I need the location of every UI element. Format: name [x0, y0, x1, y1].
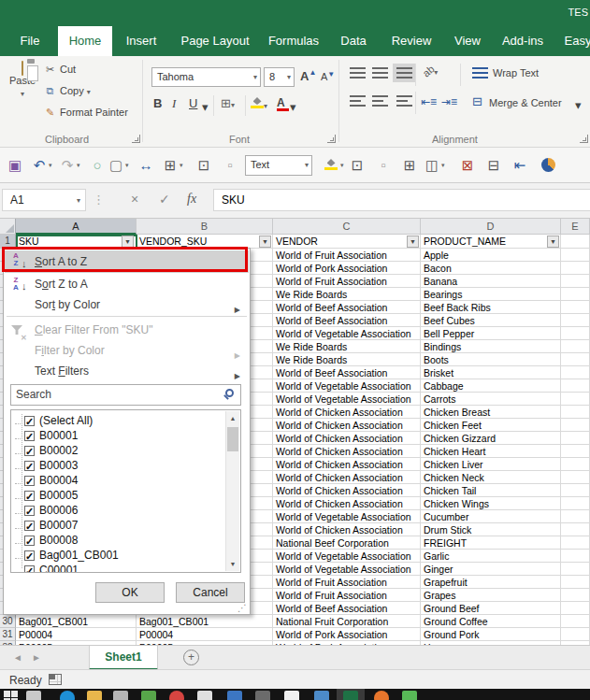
cell-d15[interactable]: Chicken Feet	[421, 419, 561, 432]
cell-d29[interactable]: Ground Beef	[421, 602, 561, 615]
font-name-combo[interactable]: Tahoma▾	[151, 67, 261, 87]
underline-dropdown-arrow[interactable]: ▾	[202, 100, 209, 114]
cell-c6[interactable]: World of Beef Association	[273, 301, 421, 314]
column-header-d[interactable]: D	[421, 219, 561, 235]
filter-list-item[interactable]: B00001	[15, 428, 78, 443]
tab-view[interactable]: View	[449, 26, 486, 56]
fill-color-icon[interactable]	[322, 156, 340, 175]
decrease-indent-button[interactable]: ⇤≡	[421, 95, 437, 108]
cell-e31[interactable]	[561, 628, 590, 641]
redo-dropdown-arrow[interactable]: ▾	[77, 162, 80, 169]
font-size-combo[interactable]: 8▾	[264, 67, 295, 87]
white-app-icon[interactable]	[284, 691, 299, 700]
paste-special-icon[interactable]: ▢	[107, 156, 125, 175]
cell-c17[interactable]: World of Chicken Association	[273, 445, 421, 458]
cell-e20[interactable]	[561, 484, 590, 497]
align-left-button[interactable]	[350, 95, 366, 107]
bottom-align-button[interactable]	[396, 67, 412, 79]
dotted-box-icon[interactable]: ▫	[374, 156, 393, 175]
table-insert-dropdown-arrow[interactable]: ▾	[441, 162, 445, 169]
italic-button[interactable]: I	[172, 96, 176, 111]
wrap-text-button[interactable]: Wrap Text	[493, 67, 539, 79]
column-header-e[interactable]: E	[561, 219, 590, 235]
cell-b30[interactable]: Bag001_CB001	[137, 615, 273, 628]
cell-c28[interactable]: World of Fruit Association	[273, 589, 421, 602]
insert-function-button[interactable]: fx	[187, 192, 196, 207]
cell-d17[interactable]: Chicken Heart	[421, 445, 561, 458]
cell-c16[interactable]: World of Chicken Association	[273, 432, 421, 445]
filter-list-item[interactable]: B00008	[15, 533, 78, 548]
cell-d2[interactable]: Apple	[421, 249, 561, 262]
tab-data[interactable]: Data	[333, 26, 374, 56]
cell-d27[interactable]: Grapefruit	[421, 576, 561, 589]
border-cell-icon[interactable]: ⊡	[194, 156, 213, 175]
cell-d28[interactable]: Grapes	[421, 589, 561, 602]
column-width-icon[interactable]: ↔	[137, 156, 155, 175]
cell-e8[interactable]	[561, 327, 590, 340]
undo-icon[interactable]: ↶	[30, 156, 49, 175]
tab-page-layout[interactable]: Page Layout	[170, 26, 260, 56]
paste-special-dropdown-arrow[interactable]: ▾	[125, 162, 129, 169]
select-all-corner[interactable]	[0, 219, 16, 235]
format-painter-button[interactable]: ✎ Format Painter	[43, 107, 128, 119]
filter-list-scrollbar[interactable]: ▲ ▼	[225, 411, 239, 571]
cell-c4[interactable]: World of Fruit Association	[273, 275, 421, 288]
cell-c27[interactable]: World of Fruit Association	[273, 576, 421, 589]
green-leaf-app-icon[interactable]	[141, 691, 156, 700]
middle-align-button[interactable]	[372, 67, 388, 79]
fill-color-dropdown-arrow[interactable]: ▾	[340, 162, 344, 169]
cell-d16[interactable]: Chicken Gizzard	[421, 432, 561, 445]
red-app-icon[interactable]	[169, 691, 184, 700]
scroll-up-button[interactable]: ▲	[226, 411, 239, 425]
cell-c7[interactable]: World of Beef Association	[273, 314, 421, 327]
borders-dropdown-arrow[interactable]: ▾	[180, 162, 183, 169]
cell-d5[interactable]: Bearings	[421, 288, 561, 301]
cell-b31[interactable]: P00004	[137, 628, 273, 641]
gray-app-icon[interactable]	[113, 691, 128, 700]
cell-e4[interactable]	[561, 275, 590, 288]
cell-e27[interactable]	[561, 576, 590, 589]
cell-d31[interactable]: Ground Pork	[421, 628, 561, 641]
blue-folder-icon[interactable]	[314, 691, 329, 700]
filter-button-product-name[interactable]: ▼	[547, 236, 559, 248]
decrease-indent-icon[interactable]: ⇤	[511, 156, 529, 175]
cell-d22[interactable]: Cucumber	[421, 510, 561, 523]
table-insert-icon[interactable]: ◫	[423, 156, 441, 175]
row-header-30[interactable]: 30	[0, 615, 16, 628]
scroll-down-button[interactable]: ▼	[226, 557, 239, 571]
cell-d13[interactable]: Carrots	[421, 393, 561, 406]
cell-e9[interactable]	[561, 340, 590, 353]
cell-c18[interactable]: World of Chicken Association	[273, 458, 421, 471]
cell-c22[interactable]: World of Vegetable Association	[273, 510, 421, 523]
filter-list-item[interactable]: B00004	[15, 473, 78, 488]
pie-chart-icon[interactable]	[539, 156, 557, 175]
cell-e21[interactable]	[561, 497, 590, 510]
cell-c15[interactable]: World of Chicken Association	[273, 419, 421, 432]
filter-list-item[interactable]: B00007	[15, 518, 78, 533]
cell-e3[interactable]	[561, 262, 590, 275]
blue-window-app-icon[interactable]	[227, 691, 242, 700]
split-cell-icon[interactable]: ⊟	[484, 156, 503, 175]
cell-d21[interactable]: Chicken Wings	[421, 497, 561, 510]
cell-d9[interactable]: Bindings	[421, 340, 561, 353]
column-header-c[interactable]: C	[273, 219, 421, 235]
cancel-button[interactable]: Cancel	[176, 582, 245, 603]
header-cell-vendor[interactable]: VENDOR	[273, 235, 421, 249]
cell-e18[interactable]	[561, 458, 590, 471]
column-header-a[interactable]: A	[16, 219, 137, 235]
folder-icon[interactable]	[87, 691, 102, 700]
redo-icon[interactable]: ↷	[58, 156, 77, 175]
cell-e14[interactable]	[561, 406, 590, 419]
cancel-entry-button[interactable]: ×	[131, 192, 138, 207]
paste-dropdown-arrow[interactable]: ▾	[21, 90, 24, 98]
merge-center-button[interactable]: Merge & Center	[489, 97, 562, 108]
checkbox-checked-icon[interactable]	[24, 521, 35, 531]
shrink-font-button[interactable]: A▼	[321, 70, 335, 82]
cell-c21[interactable]: World of Chicken Association	[273, 497, 421, 510]
sheet-nav-left-icon[interactable]: ◄	[13, 652, 22, 663]
cell-d30[interactable]: Ground Coffee	[421, 615, 561, 628]
cell-e5[interactable]	[561, 288, 590, 301]
save-icon[interactable]: ▣	[6, 156, 24, 175]
cell-c29[interactable]: World of Beef Association	[273, 602, 421, 615]
cell-c11[interactable]: World of Beef Association	[273, 366, 421, 379]
